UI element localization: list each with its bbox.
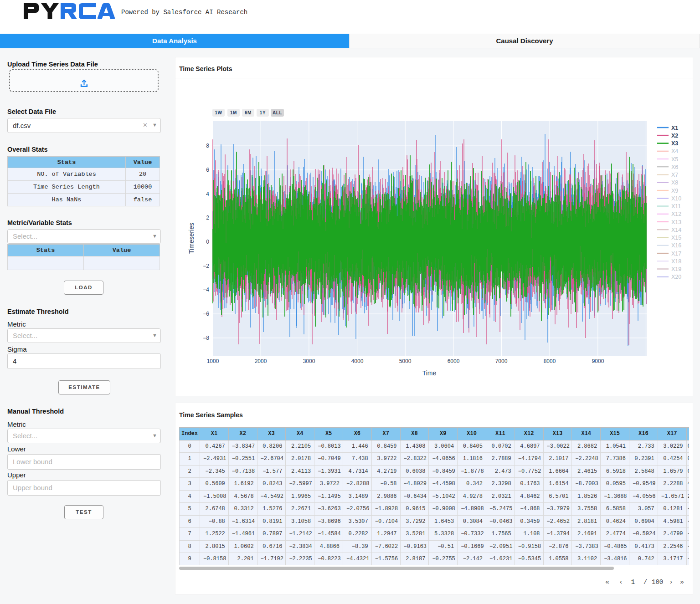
svg-text:6000: 6000	[448, 358, 460, 364]
svg-text:6: 6	[206, 167, 209, 173]
svg-text:X4: X4	[671, 148, 678, 154]
svg-text:X8: X8	[671, 179, 678, 186]
svg-text:X14: X14	[671, 227, 681, 233]
svg-text:Timeseries: Timeseries	[188, 223, 195, 254]
svg-text:8000: 8000	[544, 358, 556, 364]
svg-text:2000: 2000	[255, 358, 267, 364]
svg-text:X20: X20	[671, 274, 681, 280]
svg-text:4: 4	[206, 191, 209, 197]
svg-text:4000: 4000	[351, 358, 364, 364]
svg-text:1000: 1000	[207, 358, 219, 364]
svg-text:9000: 9000	[592, 358, 604, 364]
svg-text:−2: −2	[203, 263, 209, 269]
svg-text:X19: X19	[671, 266, 681, 272]
svg-text:X6: X6	[671, 164, 678, 170]
svg-text:X18: X18	[671, 258, 681, 265]
svg-text:X2: X2	[671, 133, 678, 139]
svg-text:X12: X12	[671, 211, 681, 217]
svg-text:X15: X15	[671, 235, 681, 241]
svg-text:−6: −6	[203, 311, 209, 317]
svg-text:X7: X7	[671, 172, 678, 178]
svg-text:−8: −8	[203, 335, 209, 341]
svg-text:X9: X9	[671, 188, 678, 194]
svg-text:X16: X16	[671, 242, 681, 249]
svg-text:X10: X10	[671, 195, 681, 202]
svg-text:X17: X17	[671, 251, 681, 257]
svg-text:3000: 3000	[303, 358, 315, 364]
svg-text:X1: X1	[671, 125, 678, 131]
svg-text:0: 0	[206, 239, 209, 245]
svg-text:7000: 7000	[495, 358, 508, 364]
svg-text:X13: X13	[671, 219, 681, 225]
svg-text:−4: −4	[203, 287, 209, 293]
svg-text:X11: X11	[671, 203, 681, 210]
svg-text:Time: Time	[422, 369, 437, 377]
svg-text:X3: X3	[671, 140, 678, 147]
svg-text:X5: X5	[671, 156, 678, 163]
svg-text:2: 2	[206, 215, 209, 221]
svg-text:8: 8	[206, 143, 209, 149]
svg-text:5000: 5000	[399, 358, 412, 364]
